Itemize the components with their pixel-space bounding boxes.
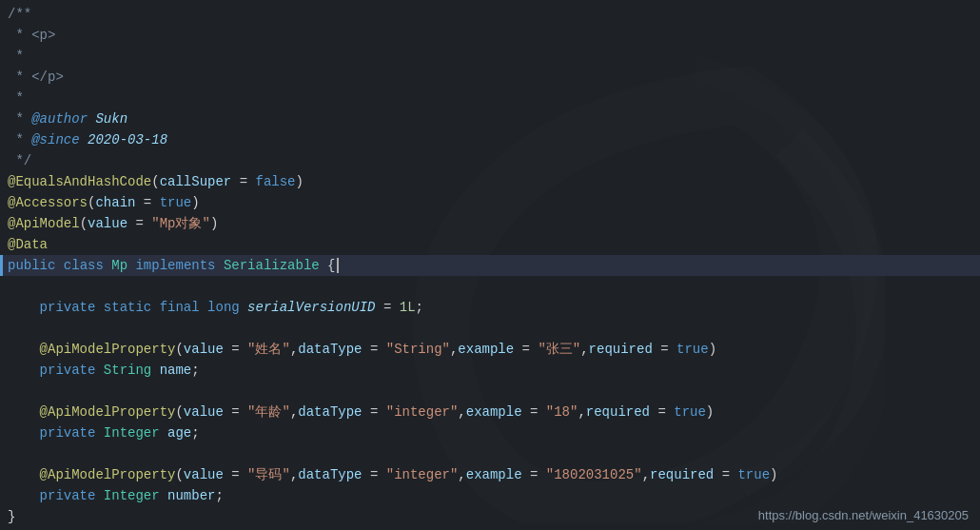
token-string: "1802031025" — [546, 467, 642, 482]
code-line: @EqualsAndHashCode(callSuper = false) — [0, 171, 980, 192]
token-plain — [95, 363, 103, 378]
line-content: */ — [8, 150, 972, 171]
line-content: public class Mp implements Serializable … — [8, 255, 972, 276]
token-string: "integer" — [386, 467, 459, 482]
token-plain: ) — [210, 216, 218, 231]
token-plain: = — [127, 216, 151, 231]
token-param: example — [466, 404, 522, 420]
token-plain — [95, 488, 103, 503]
code-line: * @author Sukn — [0, 108, 980, 129]
token-param: required — [650, 467, 714, 482]
token-keyword: true — [676, 342, 709, 357]
token-plain: = — [522, 404, 546, 420]
token-keyword: implements — [135, 258, 215, 273]
token-plain — [8, 467, 40, 482]
token-plain: = — [376, 300, 400, 315]
token-plain — [104, 258, 111, 273]
token-annotation-at: @ApiModelProperty — [40, 467, 176, 482]
token-since-tag: @since — [31, 132, 79, 147]
token-plain — [8, 342, 40, 357]
token-plain: = — [135, 195, 159, 210]
token-plain: = — [650, 404, 674, 420]
token-string: "姓名" — [247, 342, 290, 357]
token-classname: Integer — [104, 425, 160, 441]
line-content: @EqualsAndHashCode(callSuper = false) — [8, 171, 972, 192]
token-plain: = — [224, 342, 247, 357]
code-line: /** — [0, 4, 980, 25]
token-plain: ( — [80, 216, 88, 231]
token-plain — [215, 258, 223, 273]
token-keyword: true — [674, 404, 706, 420]
token-plain: = — [653, 342, 676, 357]
token-plain: = — [714, 467, 737, 482]
token-plain: , — [458, 467, 465, 482]
line-content: * <p> — [8, 25, 972, 46]
token-comment: * — [8, 111, 31, 127]
token-param: value — [184, 342, 224, 357]
token-keyword: true — [737, 467, 770, 482]
token-plain: = — [224, 404, 247, 420]
line-content: @ApiModelProperty(value = "导码",dataType … — [8, 464, 972, 485]
token-annotation-at: @EqualsAndHashCode — [8, 174, 151, 189]
code-line: @ApiModelProperty(value = "年龄",dataType … — [0, 402, 980, 422]
token-string: "张三" — [538, 342, 580, 357]
line-content: /** — [8, 4, 972, 25]
token-since-val: 2020-03-18 — [88, 132, 167, 147]
token-annotation-at: @ApiModel — [8, 216, 80, 231]
token-classname: Mp — [111, 258, 127, 273]
code-line: * — [0, 46, 980, 67]
text-cursor — [337, 258, 339, 273]
token-plain — [160, 488, 167, 503]
token-annotation-at: @Data — [8, 237, 48, 252]
token-field: name — [160, 363, 192, 378]
line-content: @ApiModel(value = "Mp对象") — [8, 213, 972, 234]
token-string: "年龄" — [247, 404, 290, 420]
token-comment: * — [8, 90, 24, 106]
token-plain: = — [514, 342, 538, 357]
token-keyword: long — [207, 300, 240, 315]
token-field: age — [167, 425, 191, 441]
line-content: private static final long serialVersionU… — [8, 297, 972, 318]
token-plain: ; — [416, 300, 423, 315]
token-comment: * <p> — [8, 28, 55, 43]
token-plain: ) — [191, 195, 199, 210]
token-string: "Mp对象" — [151, 216, 210, 231]
code-line: @ApiModel(value = "Mp对象") — [0, 213, 980, 234]
token-classname: String — [104, 363, 151, 378]
token-comment: * — [8, 132, 31, 147]
token-plain — [8, 363, 40, 378]
code-line: private String name; — [0, 360, 980, 381]
token-field-italic: serialVersionUID — [247, 300, 375, 315]
token-comment-space — [80, 132, 88, 147]
line-content: * </p> — [8, 67, 972, 88]
token-string: "18" — [546, 404, 578, 420]
token-plain: = — [363, 404, 386, 420]
token-plain: ( — [175, 342, 183, 357]
token-plain — [8, 488, 40, 503]
token-param: value — [184, 467, 224, 482]
token-plain: ; — [191, 425, 199, 441]
token-keyword: private — [40, 488, 96, 503]
token-annotation-at: @ApiModelProperty — [40, 404, 176, 420]
token-plain: , — [458, 404, 465, 420]
token-number: 1L — [400, 300, 416, 315]
code-lines: /** * <p> * * </p> * * @author Sukn * @s… — [0, 4, 980, 527]
code-line: private Integer number; — [0, 485, 980, 506]
token-keyword: false — [255, 174, 295, 189]
line-content: private Integer age; — [8, 422, 972, 443]
token-param: dataType — [298, 467, 362, 482]
token-plain: { — [320, 258, 336, 273]
code-line: * @since 2020-03-18 — [0, 129, 980, 150]
token-author-val: Sukn — [95, 111, 127, 127]
token-annotation-at: @Accessors — [8, 195, 88, 210]
token-keyword: public — [8, 258, 55, 273]
token-plain: = — [224, 467, 247, 482]
token-plain — [55, 258, 63, 273]
token-param: chain — [95, 195, 135, 210]
token-param: value — [88, 216, 127, 231]
code-line: private Integer age; — [0, 422, 980, 443]
code-line — [0, 381, 980, 402]
watermark: https://blog.csdn.net/weixin_41630205 — [758, 508, 969, 522]
token-plain — [200, 300, 207, 315]
token-string: "String" — [386, 342, 450, 357]
